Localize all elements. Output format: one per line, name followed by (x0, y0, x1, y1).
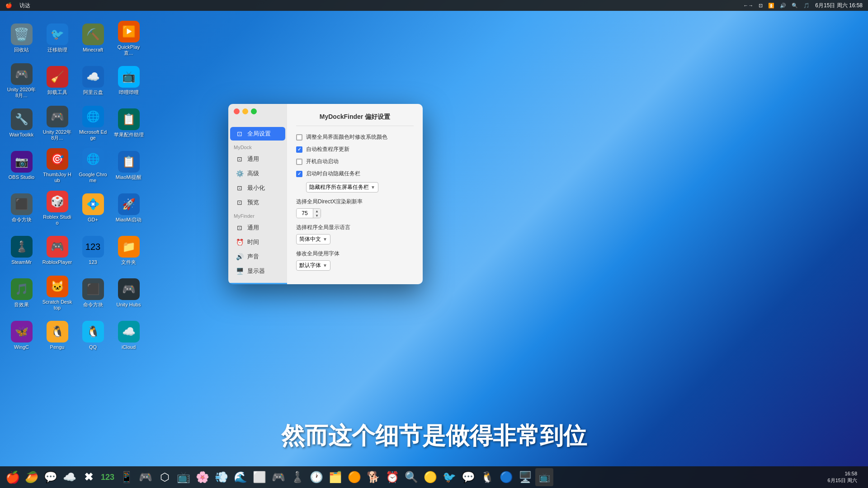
desktop-icon-edge[interactable]: 🌐 Microsoft Edge (76, 103, 110, 144)
sidebar-mydock-preview[interactable]: ⊡ 预览 (230, 196, 285, 209)
desktop-icon-uninstall[interactable]: 🧹 卸载工具 (40, 61, 74, 101)
desktop-icon-reminder[interactable]: 📋 MiaoMi提醒 (112, 145, 146, 186)
desktop-icon-cmd2[interactable]: ⬛ 命令方块 (76, 273, 110, 314)
desktop-icon-unity2022[interactable]: 🎮 Unity 2022年8月... (40, 103, 74, 144)
desktop-icon-qq[interactable]: 🐧 QQ (76, 315, 110, 356)
desktop-icon-bilibili[interactable]: 📺 哔哩哔哩 (112, 61, 146, 101)
desktop-icon-scratch[interactable]: 🐱 Scratch Desktop (40, 273, 74, 314)
font-select[interactable]: 默认字体 ▼ (296, 260, 330, 271)
taskbar-icon-123[interactable]: 123 (99, 468, 117, 486)
global-settings-icon: ⊡ (236, 130, 244, 138)
language-arrow: ▼ (323, 237, 327, 242)
dialog-sidebar: ⊡ 全局设置 MyDock ⊡ 通用 ⚙️ 高级 ⊡ 最小化 ⊡ 预览 MyFi… (228, 104, 287, 283)
taskbar-icon-blue[interactable]: 🔵 (497, 468, 515, 486)
desktop-icon-123[interactable]: 123 123 (76, 230, 110, 271)
desktop-icon-recycle[interactable]: 🗑️ 回收站 (5, 18, 38, 59)
desktop-icon-robloxstudio[interactable]: 🎲 Roblex Studio (40, 188, 74, 229)
taskbar-icon-orange[interactable]: 🟠 (345, 468, 363, 486)
sidebar-myfinder-sound[interactable]: 🔊 声音 (230, 250, 285, 263)
window-close-btn[interactable] (234, 108, 240, 114)
menubar-window-icon: ⊡ (759, 3, 763, 9)
setting-sub-hide-taskbar: 隐藏程序所在屏幕任务栏 ▼ (306, 182, 414, 192)
checkbox-auto-update[interactable]: ✓ (296, 146, 302, 153)
desktop-icon-miaomi2[interactable]: 🚀 MiaoMi启动 (112, 188, 146, 229)
desktop-icon-icloud[interactable]: ☁️ iCloud (112, 315, 146, 356)
taskbar-icon-xmc[interactable]: ✖ (80, 468, 98, 486)
desktop-icon-wairtoolkk[interactable]: 🔧 WairToolkk (5, 103, 38, 144)
taskbar-icon-yellow[interactable]: 🟡 (421, 468, 439, 486)
desktop-icon-unityhub[interactable]: 🎮 Unity Hubs (112, 273, 146, 314)
desktop-icon-unity2020[interactable]: 🎮 Unity 2020年8月... (5, 61, 38, 101)
desktop-icon-wingc[interactable]: 🦋 WingC (5, 315, 38, 356)
desktop-icon-migration[interactable]: 🐦 迁移助理 (40, 18, 74, 59)
taskbar-icon-dash[interactable]: 📱 (118, 468, 136, 486)
sidebar-mydock-minimize[interactable]: ⊡ 最小化 (230, 181, 285, 195)
menubar: 🍎 访达 ←→ ⊡ ⏫ 🔊 🔍 🎵 6月15日 周六 16:58 (0, 0, 868, 11)
hide-taskbar-select[interactable]: 隐藏程序所在屏幕任务栏 ▼ (306, 182, 378, 192)
taskbar-icon-qq[interactable]: 🐧 (478, 468, 496, 486)
menubar-apple[interactable]: 🍎 (5, 2, 12, 9)
desktop-icon-robloxplayer[interactable]: 🎮 RobloxPlayer (40, 230, 74, 271)
desktop-icon-aliyun[interactable]: ☁️ 阿里云盘 (76, 61, 110, 101)
taskbar-icon-dog[interactable]: 🐕 (364, 468, 382, 486)
taskbar-icon-edge[interactable]: 🌊 (231, 468, 250, 486)
sidebar-global-settings[interactable]: ⊡ 全局设置 (230, 127, 285, 141)
taskbar-icon-finder3[interactable]: 🔍 (402, 468, 420, 486)
sidebar-mydock-advanced-label: 高级 (247, 169, 259, 178)
checkbox-hide-taskbar[interactable]: ✓ (296, 171, 302, 177)
taskbar-icon-chess[interactable]: ♟️ (288, 468, 307, 486)
language-select[interactable]: 简体中文 ▼ (296, 234, 330, 244)
directx-input-wrap[interactable]: ▲ ▼ (296, 208, 321, 218)
taskbar-icon-baiducloud[interactable]: ☁️ (61, 468, 79, 486)
taskbar-icon-bird[interactable]: 🐦 (440, 468, 458, 486)
taskbar-icon-screen[interactable]: 📺 (535, 468, 553, 486)
sidebar-mydock-general-label: 通用 (247, 155, 259, 163)
window-maximize-btn[interactable] (251, 108, 257, 114)
desktop-icon-miaomi[interactable]: 📋 苹果配件助理 (112, 103, 146, 144)
window-minimize-btn[interactable] (242, 108, 248, 114)
taskbar-icon-mango2[interactable]: 🌸 (193, 468, 212, 486)
menubar-search-icon[interactable]: 🔍 (792, 3, 798, 9)
taskbar-icon-clock[interactable]: 🕐 (307, 468, 326, 486)
desktop-icon-thumbjoy[interactable]: 🎯 ThumbJoy Hub (40, 145, 74, 186)
setting-directx-section: 选择全局DirectX渲染刷新率 ▲ ▼ (296, 198, 414, 218)
taskbar-icon-bilibili[interactable]: 📺 (175, 468, 193, 486)
taskbar-icon-gamecenter[interactable]: 🎮 (269, 468, 288, 486)
taskbar-icon-unity[interactable]: ⬡ (156, 468, 174, 486)
taskbar-icon-finder[interactable]: 🍎 (4, 468, 22, 486)
desktop-icon-gd[interactable]: 💠 GD+ (76, 188, 110, 229)
desktop-icon-chrome[interactable]: 🌐 Google Chrome (76, 145, 110, 186)
taskbar-icon-mango[interactable]: 🥭 (23, 468, 41, 486)
taskbar-icon-monitor[interactable]: 🖥️ (516, 468, 534, 486)
taskbar-icon-wechat[interactable]: 💬 (42, 468, 60, 486)
taskbar-icon-gamedev[interactable]: 🎮 (137, 468, 155, 486)
taskbar-icon-finder2[interactable]: 🗂️ (326, 468, 344, 486)
sidebar-myfinder-time[interactable]: ⏰ 时间 (230, 235, 285, 249)
checkbox-autostart[interactable] (296, 159, 302, 165)
sidebar-myfinder-general[interactable]: ⊡ 通用 (230, 221, 285, 235)
taskbar-icon-steam[interactable]: 💨 (212, 468, 231, 486)
directx-spin-down[interactable]: ▼ (313, 213, 321, 218)
desktop-icon-quickplayer[interactable]: ▶️ QuickPlay直... (112, 18, 146, 59)
setting-language-section: 选择程序全局显示语言 简体中文 ▼ (296, 224, 414, 244)
desktop-icon-folder[interactable]: 📁 文件夹 (112, 230, 146, 271)
taskbar-icon-launchpad[interactable]: ⬜ (250, 468, 269, 486)
menubar-app-name[interactable]: 访达 (19, 2, 30, 9)
mydock-preview-icon: ⊡ (236, 198, 244, 206)
sidebar-mydock-general[interactable]: ⊡ 通用 (230, 152, 285, 166)
sidebar-mydock-advanced[interactable]: ⚙️ 高级 (230, 167, 285, 180)
directx-spin-up[interactable]: ▲ (313, 209, 321, 213)
taskbar: 🍎 🥭 💬 ☁️ ✖ 123 📱 🎮 ⬡ 📺 🌸 💨 🌊 ⬜ 🎮 ♟️ 🕐 🗂️… (0, 466, 868, 488)
taskbar-icon-time[interactable]: ⏰ (383, 468, 401, 486)
sidebar-myfinder-display[interactable]: 🖥️ 显示器 (230, 264, 285, 278)
directx-value-input[interactable] (297, 209, 313, 217)
desktop-icon-penguin[interactable]: 🐧 Pengu (40, 315, 74, 356)
desktop-icon-obs[interactable]: 📷 OBS Studio (5, 145, 38, 186)
desktop-icon-cmd[interactable]: ⬛ 命令方块 (5, 188, 38, 229)
desktop-icon-minecraft[interactable]: ⛏️ Minecraft (76, 18, 110, 59)
checkbox-adjust-color[interactable] (296, 134, 302, 141)
menubar-right: ←→ ⊡ ⏫ 🔊 🔍 🎵 6月15日 周六 16:58 (743, 2, 863, 9)
desktop-icon-pssound[interactable]: 🎵 音效果 (5, 273, 38, 314)
taskbar-icon-wechat2[interactable]: 💬 (459, 468, 477, 486)
desktop-icon-steamvr[interactable]: ♟️ SteamMr (5, 230, 38, 271)
